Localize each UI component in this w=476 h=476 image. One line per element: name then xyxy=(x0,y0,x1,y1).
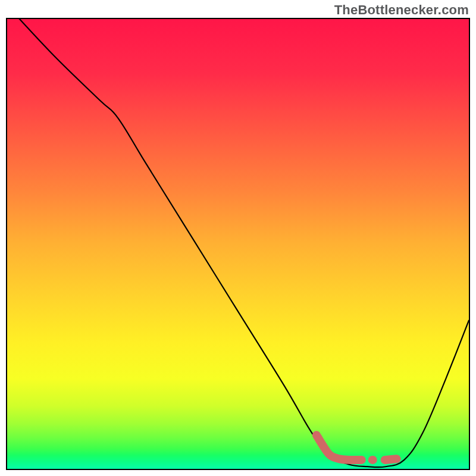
plot-area xyxy=(7,19,469,469)
bottleneck-curve xyxy=(7,18,469,467)
chart-container: TheBottlenecker.com xyxy=(0,0,476,476)
plot-frame xyxy=(6,18,470,470)
watermark-text: TheBottlenecker.com xyxy=(334,2,469,18)
curve-layer xyxy=(7,19,469,469)
optimal-range-marker-tail xyxy=(358,459,402,460)
optimal-range-marker xyxy=(317,435,358,460)
